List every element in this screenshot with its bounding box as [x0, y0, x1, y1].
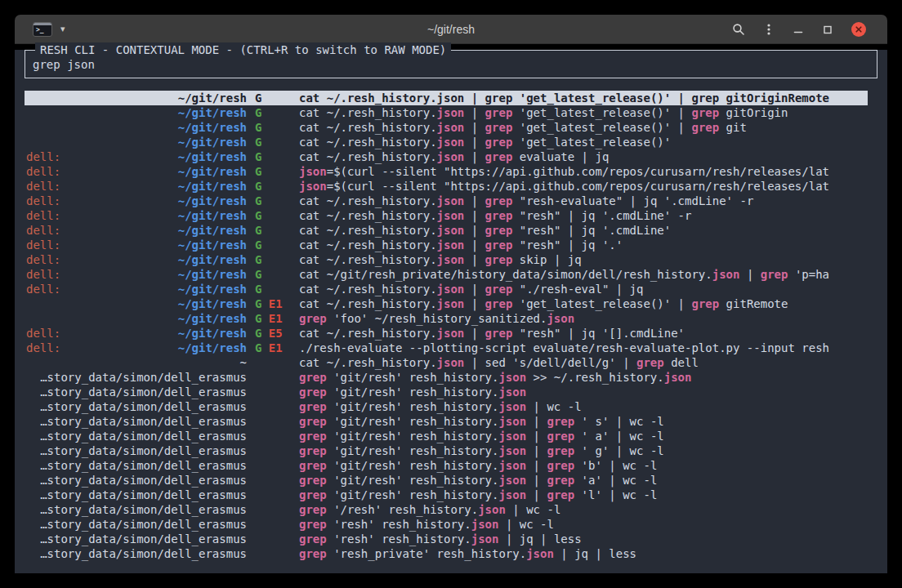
match-highlight: grep [299, 547, 327, 560]
history-row[interactable]: ~/git/reshGcat ~/.resh_history.json | gr… [25, 135, 868, 149]
row-context: …story_data/simon/dell_erasmus [26, 473, 247, 488]
match-highlight: grep [299, 385, 327, 399]
row-flags: G [247, 194, 299, 208]
history-row[interactable]: …story_data/simon/dell_erasmusgrep 'git/… [25, 429, 868, 443]
row-flags: G E1 [247, 296, 299, 311]
match-highlight: grep [485, 136, 513, 149]
menu-button[interactable] [763, 23, 775, 36]
history-row[interactable]: dell:~/git/reshGcat ~/.resh_history.json… [25, 252, 868, 267]
row-context: …story_data/simon/dell_erasmus [26, 532, 247, 546]
command-text: grep 'foo' ~/resh_history_sanitized.json [299, 311, 868, 326]
history-row[interactable]: …story_data/simon/dell_erasmusgrep 'git/… [25, 370, 868, 385]
git-flag: G [255, 253, 261, 266]
history-row[interactable]: …story_data/simon/dell_erasmusgrep 'git/… [25, 458, 868, 473]
history-row[interactable]: …story_data/simon/dell_erasmusgrep 'git/… [25, 385, 868, 399]
match-highlight: grep [485, 224, 513, 237]
history-row[interactable]: …story_data/simon/dell_erasmusgrep 'git/… [25, 443, 868, 458]
match-highlight: grep [761, 268, 788, 281]
history-row[interactable]: ~/git/reshG E1grep 'foo' ~/resh_history_… [25, 311, 868, 326]
match-highlight: grep [299, 415, 327, 428]
history-row[interactable]: …story_data/simon/dell_erasmusgrep 'git/… [25, 473, 868, 488]
command-text: grep 'resh' resh_history.json | jq | les… [299, 532, 868, 546]
restore-icon [822, 24, 833, 35]
history-row[interactable]: dell:~/git/reshG E1./resh-evaluate --plo… [25, 341, 868, 355]
history-row[interactable]: …story_data/simon/dell_erasmusgrep '/res… [25, 502, 868, 517]
history-row[interactable]: dell:~/git/reshGcat ~/.resh_history.json… [25, 208, 868, 223]
row-context: dell:~/git/resh [26, 208, 247, 223]
git-flag: G [255, 121, 261, 134]
history-row[interactable]: dell:~/git/reshGcat ~/.resh_history.json… [25, 238, 868, 252]
close-icon [854, 24, 864, 34]
command-text: cat ~/.resh_history.json | grep "resh" |… [299, 326, 868, 341]
row-context: …story_data/simon/dell_erasmus [26, 370, 247, 385]
history-row[interactable]: ~/git/reshGcat ~/.resh_history.json | gr… [25, 120, 868, 135]
git-flag: G [255, 180, 261, 193]
directory-label: ~/git/resh [178, 208, 247, 223]
minimize-button[interactable] [793, 24, 804, 35]
command-text: grep 'git/resh' resh_history.json | grep… [299, 429, 868, 443]
git-flag: G [255, 268, 261, 281]
close-button[interactable] [851, 22, 866, 37]
history-row[interactable]: …story_data/simon/dell_erasmusgrep 'resh… [25, 517, 868, 532]
command-text: json=$(curl --silent "https://api.github… [299, 164, 868, 179]
row-flags: G [247, 252, 299, 267]
match-highlight: json [299, 165, 327, 178]
minimize-icon [793, 24, 804, 35]
git-flag: G [255, 150, 261, 163]
app-menu-button[interactable]: >_ [33, 22, 52, 37]
history-row[interactable]: dell:~/git/reshG E5cat ~/.resh_history.j… [25, 326, 868, 341]
command-text: cat ~/.resh_history.json | grep "resh" |… [299, 223, 868, 238]
history-row[interactable]: dell:~/git/reshGjson=$(curl --silent "ht… [25, 164, 868, 179]
history-row[interactable]: dell:~/git/reshGcat ~/.resh_history.json… [25, 149, 868, 164]
directory-label: …story_data/simon/dell_erasmus [40, 370, 247, 385]
history-row[interactable]: dell:~/git/reshGjson=$(curl --silent "ht… [25, 179, 868, 194]
search-input[interactable]: grep json [33, 58, 95, 71]
history-row[interactable]: ~/git/reshGcat ~/.resh_history.json | gr… [25, 105, 868, 120]
command-text: grep 'resh' resh_history.json | wc -l [299, 517, 868, 532]
row-flags: G [247, 179, 299, 194]
command-text: cat ~/.resh_history.json | grep 'get_lat… [299, 91, 868, 105]
history-row[interactable]: …story_data/simon/dell_erasmusgrep 'git/… [25, 414, 868, 429]
history-row[interactable]: …story_data/simon/dell_erasmusgrep 'git/… [25, 399, 868, 414]
match-highlight: json [437, 136, 465, 149]
match-highlight: grep [485, 238, 513, 252]
command-text: cat ~/.resh_history.json | grep 'get_lat… [299, 296, 868, 311]
row-context: dell:~/git/resh [26, 223, 247, 238]
profile-dropdown-button[interactable]: ▾ [60, 24, 65, 34]
directory-label: …story_data/simon/dell_erasmus [40, 429, 247, 443]
match-highlight: grep [485, 121, 513, 134]
row-context: ~/git/resh [26, 311, 247, 326]
history-row[interactable]: dell:~/git/reshGcat ~/git/resh_private/h… [25, 267, 868, 282]
history-row[interactable]: …story_data/simon/dell_erasmusgrep 'resh… [25, 546, 868, 561]
row-context: dell:~/git/resh [26, 267, 247, 282]
terminal-window: >_ ▾ ~/git/resh [15, 15, 887, 573]
directory-label: …story_data/simon/dell_erasmus [40, 385, 247, 399]
match-highlight: grep [485, 253, 513, 266]
host-label: dell: [26, 223, 60, 238]
match-highlight: grep [547, 444, 574, 457]
search-button[interactable] [732, 23, 745, 36]
history-row[interactable]: …story_data/simon/dell_erasmusgrep 'git/… [25, 488, 868, 502]
match-highlight: json [437, 91, 465, 105]
restore-button[interactable] [822, 24, 833, 35]
match-highlight: json [437, 297, 465, 310]
match-highlight: json [498, 459, 526, 472]
history-row[interactable]: dell:~/git/reshGcat ~/.resh_history.json… [25, 223, 868, 238]
history-row[interactable]: …story_data/simon/dell_erasmusgrep 'resh… [25, 532, 868, 546]
search-box[interactable]: RESH CLI - CONTEXTUAL MODE - (CTRL+R to … [25, 50, 877, 78]
command-text: grep 'resh_private' resh_history.json | … [299, 546, 868, 561]
row-flags: G [247, 208, 299, 223]
history-row[interactable]: ~cat ~/.resh_history.json | sed 's/dell/… [25, 355, 868, 370]
history-row[interactable]: dell:~/git/reshGcat ~/.resh_history.json… [25, 282, 868, 296]
match-highlight: json [437, 194, 465, 207]
command-text: grep '/resh' resh_history.json | wc -l [299, 502, 868, 517]
match-highlight: json [498, 474, 526, 487]
match-highlight: grep [691, 297, 719, 310]
history-row[interactable]: ~/git/reshGcat ~/.resh_history.json | gr… [25, 91, 868, 105]
history-row[interactable]: dell:~/git/reshGcat ~/.resh_history.json… [25, 194, 868, 208]
exit-status-flag: E1 [261, 312, 282, 325]
row-context: dell:~/git/resh [26, 149, 247, 164]
exit-status-flag: E1 [261, 341, 282, 354]
row-context: dell:~/git/resh [26, 164, 247, 179]
history-row[interactable]: ~/git/reshG E1cat ~/.resh_history.json |… [25, 296, 868, 311]
